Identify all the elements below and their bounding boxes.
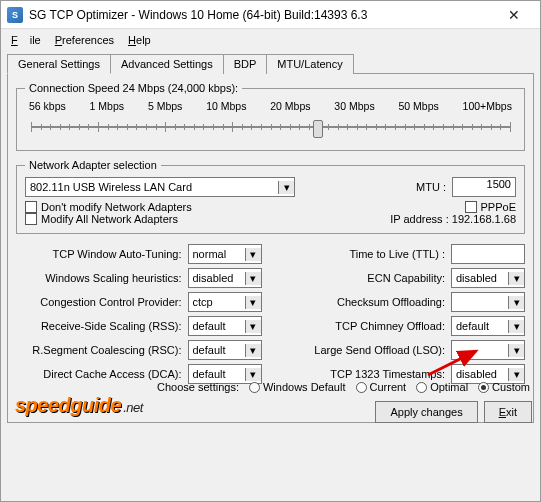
- tab-bdp[interactable]: BDP: [223, 54, 268, 74]
- ecn-label: ECN Capability:: [280, 272, 446, 284]
- pppoe-checkbox[interactable]: PPPoE: [336, 201, 516, 213]
- ip-label: IP address :: [390, 213, 449, 225]
- chevron-down-icon[interactable]: ▾: [508, 320, 524, 333]
- modify-all-checkbox[interactable]: Modify All Network Adapters: [25, 213, 324, 225]
- checksum-combo[interactable]: ▾: [451, 292, 525, 312]
- chevron-down-icon[interactable]: ▾: [508, 344, 524, 357]
- radio-windows-default[interactable]: Windows Default: [249, 381, 346, 393]
- window-title: SG TCP Optimizer - Windows 10 Home (64-b…: [29, 8, 494, 22]
- exit-button[interactable]: Exit: [484, 401, 532, 423]
- congestion-label: Congestion Control Provider:: [16, 296, 182, 308]
- mtu-label: MTU :: [416, 181, 446, 193]
- connection-speed-group: Connection Speed 24 Mbps (24,000 kbps): …: [16, 82, 525, 151]
- dont-modify-checkbox[interactable]: Don't modify Network Adapters: [25, 201, 324, 213]
- scaling-combo[interactable]: disabled▾: [188, 268, 262, 288]
- chevron-down-icon[interactable]: ▾: [278, 181, 294, 194]
- checksum-label: Checksum Offloading:: [280, 296, 446, 308]
- rss-label: Receive-Side Scaling (RSS):: [16, 320, 182, 332]
- auto-tuning-label: TCP Window Auto-Tuning:: [16, 248, 182, 260]
- speed-slider[interactable]: [31, 114, 510, 142]
- speed-tick-labels: 56 kbps 1 Mbps 5 Mbps 10 Mbps 20 Mbps 30…: [25, 100, 516, 112]
- tab-general[interactable]: General Settings: [7, 54, 111, 74]
- rsc-label: R.Segment Coalescing (RSC):: [16, 344, 182, 356]
- chevron-down-icon[interactable]: ▾: [245, 344, 261, 357]
- rss-combo[interactable]: default▾: [188, 316, 262, 336]
- lso-combo[interactable]: ▾: [451, 340, 525, 360]
- menu-preferences[interactable]: Preferences: [49, 32, 120, 48]
- ecn-combo[interactable]: disabled▾: [451, 268, 525, 288]
- auto-tuning-combo[interactable]: normal▾: [188, 244, 262, 264]
- menu-help[interactable]: Help: [122, 32, 157, 48]
- ttl-label: Time to Live (TTL) :: [280, 248, 446, 260]
- app-icon: S: [7, 7, 23, 23]
- logo: speedguide.net: [15, 394, 143, 417]
- chevron-down-icon[interactable]: ▾: [245, 320, 261, 333]
- radio-current[interactable]: Current: [356, 381, 407, 393]
- tab-mtu[interactable]: MTU/Latency: [266, 54, 353, 74]
- speed-slider-thumb[interactable]: [313, 120, 323, 138]
- congestion-combo[interactable]: ctcp▾: [188, 292, 262, 312]
- chevron-down-icon[interactable]: ▾: [245, 272, 261, 285]
- ip-value: 192.168.1.68: [452, 213, 516, 225]
- chevron-down-icon[interactable]: ▾: [508, 272, 524, 285]
- radio-custom[interactable]: Custom: [478, 381, 530, 393]
- choose-settings-label: Choose settings:: [157, 381, 239, 393]
- ttl-field[interactable]: [451, 244, 525, 264]
- connection-speed-label: Connection Speed 24 Mbps (24,000 kbps):: [25, 82, 242, 94]
- lso-label: Large Send Offload (LSO):: [280, 344, 446, 356]
- mtu-field[interactable]: 1500: [452, 177, 516, 197]
- radio-optimal[interactable]: Optimal: [416, 381, 468, 393]
- chevron-down-icon[interactable]: ▾: [245, 248, 261, 261]
- chimney-combo[interactable]: default▾: [451, 316, 525, 336]
- apply-button[interactable]: Apply changes: [375, 401, 477, 423]
- rsc-combo[interactable]: default▾: [188, 340, 262, 360]
- menu-file[interactable]: File: [5, 32, 47, 48]
- adapter-combo[interactable]: 802.11n USB Wireless LAN Card ▾: [25, 177, 295, 197]
- tab-advanced[interactable]: Advanced Settings: [110, 54, 224, 74]
- adapter-legend: Network Adapter selection: [25, 159, 161, 171]
- scaling-label: Windows Scaling heuristics:: [16, 272, 182, 284]
- chevron-down-icon[interactable]: ▾: [245, 296, 261, 309]
- chevron-down-icon[interactable]: ▾: [508, 296, 524, 309]
- chimney-label: TCP Chimney Offload:: [280, 320, 446, 332]
- adapter-group: Network Adapter selection 802.11n USB Wi…: [16, 159, 525, 234]
- close-icon[interactable]: ✕: [494, 7, 534, 23]
